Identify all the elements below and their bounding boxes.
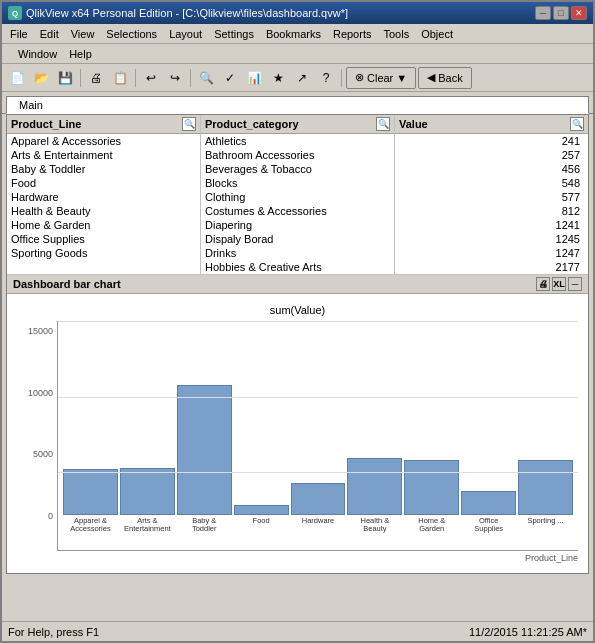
bar-office bbox=[461, 491, 516, 515]
list-item[interactable]: Sporting Goods bbox=[7, 246, 200, 260]
chart-panel-title: Dashboard bar chart bbox=[13, 278, 121, 290]
list-item[interactable]: 1245 bbox=[395, 232, 584, 246]
menu-edit[interactable]: Edit bbox=[34, 26, 65, 42]
toolbar-export[interactable]: ↗ bbox=[291, 67, 313, 89]
app-window: Q QlikView x64 Personal Edition - [C:\Ql… bbox=[0, 0, 595, 643]
bar-arts-rect bbox=[120, 468, 175, 515]
list-item[interactable]: 577 bbox=[395, 190, 584, 204]
chart-minimize-btn[interactable]: ─ bbox=[568, 277, 582, 291]
list-item[interactable]: 548 bbox=[395, 176, 584, 190]
chart-sum-title: sum(Value) bbox=[17, 304, 578, 316]
list-item[interactable]: Clothing bbox=[201, 190, 394, 204]
x-label-food: Food bbox=[234, 517, 289, 525]
chart-controls: 🖨 XL ─ bbox=[536, 277, 582, 291]
list-item[interactable]: 257 bbox=[395, 148, 584, 162]
maximize-button[interactable]: □ bbox=[553, 6, 569, 20]
list-item[interactable]: 812 bbox=[395, 204, 584, 218]
menu-bookmarks[interactable]: Bookmarks bbox=[260, 26, 327, 42]
menu-file[interactable]: File bbox=[4, 26, 34, 42]
app-icon: Q bbox=[8, 6, 22, 20]
menu-help[interactable]: Help bbox=[63, 46, 98, 62]
list-item[interactable]: Diapering bbox=[201, 218, 394, 232]
menu-selections[interactable]: Selections bbox=[100, 26, 163, 42]
value-search[interactable]: 🔍 bbox=[570, 117, 584, 131]
x-label-health: Health &Beauty bbox=[347, 517, 402, 534]
list-item[interactable]: 241 bbox=[395, 134, 584, 148]
toolbar-chart[interactable]: 📊 bbox=[243, 67, 265, 89]
bar-home bbox=[404, 460, 459, 515]
toolbar-search[interactable]: 🔍 bbox=[195, 67, 217, 89]
menu-layout[interactable]: Layout bbox=[163, 26, 208, 42]
toolbar-check[interactable]: ✓ bbox=[219, 67, 241, 89]
menu-tools[interactable]: Tools bbox=[377, 26, 415, 42]
list-item[interactable]: Hobbies & Creative Arts bbox=[201, 260, 394, 271]
toolbar-undo[interactable]: ↩ bbox=[140, 67, 162, 89]
eraser-icon: ⊗ bbox=[355, 71, 364, 84]
list-item[interactable]: Drinks bbox=[201, 246, 394, 260]
toolbar-new[interactable]: 📄 bbox=[6, 67, 28, 89]
close-button[interactable]: ✕ bbox=[571, 6, 587, 20]
menu-object[interactable]: Object bbox=[415, 26, 459, 42]
list-item[interactable]: Health & Beauty bbox=[7, 204, 200, 218]
x-label-sporting: Sporting ... bbox=[518, 517, 573, 525]
list-item[interactable]: Costumes & Accessories bbox=[201, 204, 394, 218]
toolbar-print[interactable]: 🖨 bbox=[85, 67, 107, 89]
bar-apparel bbox=[63, 469, 118, 515]
toolbar-open[interactable]: 📂 bbox=[30, 67, 52, 89]
list-item[interactable]: Blocks bbox=[201, 176, 394, 190]
clear-button[interactable]: ⊗ Clear ▼ bbox=[346, 67, 416, 89]
list-item[interactable]: 1241 bbox=[395, 218, 584, 232]
value-title: Value bbox=[399, 118, 428, 130]
menu-window[interactable]: Window bbox=[12, 46, 63, 62]
list-item[interactable]: Food bbox=[7, 176, 200, 190]
x-label-hardware: Hardware bbox=[291, 517, 346, 525]
minimize-button[interactable]: ─ bbox=[535, 6, 551, 20]
dropdown-icon: ▼ bbox=[396, 72, 407, 84]
list-item[interactable]: 2177 bbox=[395, 260, 584, 271]
list-item[interactable]: Athletics bbox=[201, 134, 394, 148]
list-item[interactable]: 1247 bbox=[395, 246, 584, 260]
y-label-0: 0 bbox=[48, 511, 53, 521]
list-item[interactable]: Office Supplies bbox=[7, 232, 200, 246]
product-line-search[interactable]: 🔍 bbox=[182, 117, 196, 131]
chart-print-btn[interactable]: 🖨 bbox=[536, 277, 550, 291]
toolbar-sep-2 bbox=[135, 69, 136, 87]
toolbar-redo[interactable]: ↪ bbox=[164, 67, 186, 89]
menu-settings[interactable]: Settings bbox=[208, 26, 260, 42]
value-header: Value 🔍 bbox=[395, 115, 588, 134]
bar-health-rect bbox=[347, 458, 402, 515]
x-label-home: Home &Garden bbox=[404, 517, 459, 534]
chart-expand-btn[interactable]: XL bbox=[552, 277, 566, 291]
list-item[interactable]: Baby & Toddler bbox=[7, 162, 200, 176]
toolbar-save[interactable]: 💾 bbox=[54, 67, 76, 89]
toolbar-sep-3 bbox=[190, 69, 191, 87]
toolbar-help[interactable]: ? bbox=[315, 67, 337, 89]
tab-main[interactable]: Main bbox=[6, 96, 589, 114]
menu-reports[interactable]: Reports bbox=[327, 26, 378, 42]
toolbar-copy[interactable]: 📋 bbox=[109, 67, 131, 89]
menu-bar: File Edit View Selections Layout Setting… bbox=[2, 24, 593, 44]
list-item[interactable]: Dispaly Borad bbox=[201, 232, 394, 246]
bar-hardware bbox=[291, 483, 346, 515]
tab-main-label: Main bbox=[19, 99, 43, 111]
product-category-search[interactable]: 🔍 bbox=[376, 117, 390, 131]
list-item[interactable]: Home & Garden bbox=[7, 218, 200, 232]
title-bar: Q QlikView x64 Personal Edition - [C:\Ql… bbox=[2, 2, 593, 24]
list-item[interactable]: Bathroom Accessories bbox=[201, 148, 394, 162]
window-title: QlikView x64 Personal Edition - [C:\Qlik… bbox=[26, 7, 535, 19]
list-columns-area: Product_Line 🔍 Apparel & Accessories Art… bbox=[7, 115, 588, 275]
toolbar-star[interactable]: ★ bbox=[267, 67, 289, 89]
product-category-title: Product_category bbox=[205, 118, 299, 130]
list-item[interactable]: Arts & Entertainment bbox=[7, 148, 200, 162]
product-line-list: Apparel & Accessories Arts & Entertainme… bbox=[7, 134, 200, 271]
list-item[interactable]: Beverages & Tobacco bbox=[201, 162, 394, 176]
list-item[interactable]: Hardware bbox=[7, 190, 200, 204]
back-button[interactable]: ◀ Back bbox=[418, 67, 471, 89]
status-bar: For Help, press F1 11/2/2015 11:21:25 AM… bbox=[2, 621, 593, 641]
list-item[interactable]: 456 bbox=[395, 162, 584, 176]
help-text: For Help, press F1 bbox=[8, 626, 469, 638]
menu-view[interactable]: View bbox=[65, 26, 101, 42]
list-item[interactable]: Apparel & Accessories bbox=[7, 134, 200, 148]
chart-area: sum(Value) 15000 10000 5000 0 bbox=[7, 294, 588, 570]
bar-hardware-rect bbox=[291, 483, 346, 515]
